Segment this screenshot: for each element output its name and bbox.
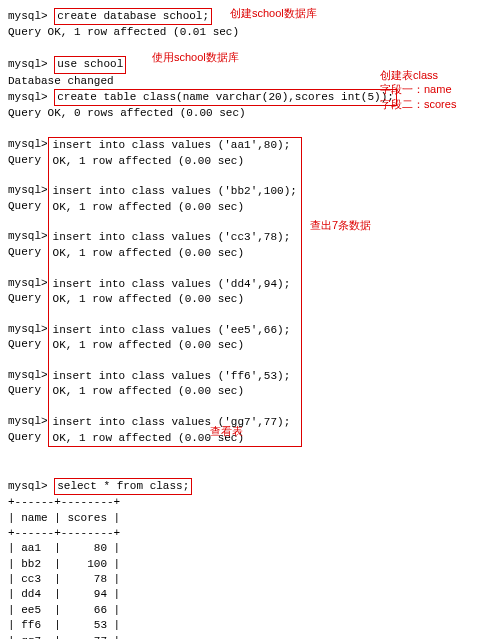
prompt: mysql>: [8, 10, 54, 22]
table-row: | ee5 | 66 |: [8, 603, 492, 618]
table-row: | bb2 | 100 |: [8, 557, 492, 572]
note-inserts: 查出7条数据: [310, 218, 371, 232]
cmd-create-table: create table class(name varchar(20),scor…: [54, 89, 397, 106]
note-create-db: 创建school数据库: [230, 6, 317, 20]
inserts-block: insert into class values ('aa1',80); OK,…: [48, 137, 302, 447]
note-select: 查看表: [210, 424, 243, 438]
cmd-create-db: create database school;: [54, 8, 212, 25]
cmd-select: select * from class;: [54, 478, 192, 495]
cmd-use-db: use school: [54, 56, 126, 73]
resp-ok: Query OK, 1 row affected (0.01 sec): [8, 25, 492, 40]
table-row: | aa1 | 80 |: [8, 541, 492, 556]
note-use-db: 使用school数据库: [152, 50, 239, 64]
table-row: | cc3 | 78 |: [8, 572, 492, 587]
table-header: | name | scores |: [8, 511, 492, 526]
table-border: +------+--------+: [8, 495, 492, 510]
note-create-table: 创建表class 字段一：name 字段二：scores: [380, 68, 490, 111]
table-row: | ff6 | 53 |: [8, 618, 492, 633]
table-row: | dd4 | 94 |: [8, 587, 492, 602]
table-row: | gg7 | 77 |: [8, 634, 492, 639]
